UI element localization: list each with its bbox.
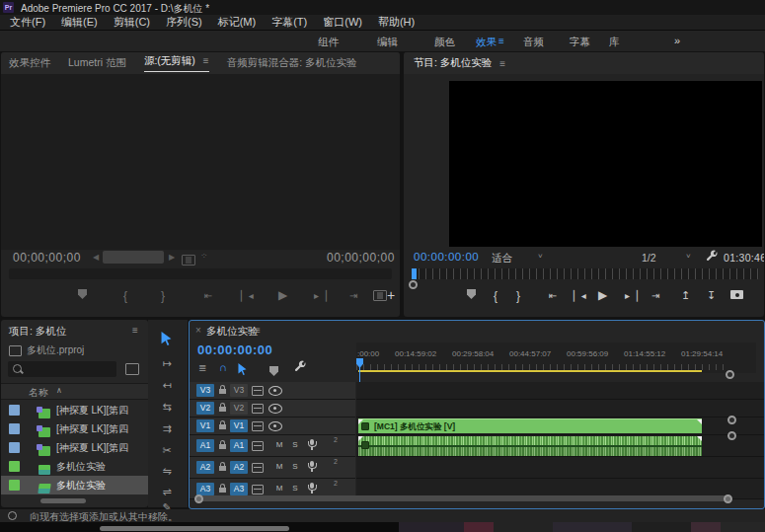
project-horizontal-scrollbar[interactable] — [40, 498, 86, 503]
project-item-name[interactable]: 多机位实验 — [56, 479, 145, 493]
menu-title[interactable]: 字幕(T) — [268, 15, 311, 30]
program-playhead[interactable] — [412, 268, 417, 279]
mute-button[interactable]: M — [273, 439, 285, 451]
slip-tool[interactable]: ⇋ — [150, 465, 184, 478]
source-panel-menu-icon[interactable]: ≡ — [203, 55, 209, 66]
tab-effect-controls[interactable]: 效果控件 — [9, 56, 50, 70]
workspace-tab-audio[interactable]: 音频 — [523, 36, 544, 49]
source-mark-out-button[interactable]: } — [161, 289, 165, 303]
ripple-edit-tool[interactable]: ↤ — [150, 379, 184, 392]
program-goto-in-button[interactable]: ⇤ — [549, 290, 557, 301]
timeline-timecode[interactable]: 00:00:00:00 — [197, 342, 272, 357]
sync-lock-icon[interactable] — [252, 386, 264, 396]
voiceover-record-mic-icon[interactable] — [310, 483, 314, 489]
workspace-overflow-icon[interactable]: » — [674, 35, 680, 46]
track-target-a2[interactable]: A2 — [230, 461, 248, 474]
timeline-tab-label[interactable]: 多机位实验 — [206, 325, 259, 339]
sync-lock-icon[interactable] — [252, 404, 264, 414]
column-name-header[interactable]: 名称 — [29, 386, 48, 400]
program-step-forward-button[interactable]: ▸▕ — [625, 290, 638, 301]
sync-lock-icon[interactable] — [252, 421, 264, 431]
label-color-swatch[interactable] — [9, 461, 20, 472]
project-row-clip2[interactable]: [神探夏 LK][第四 — [1, 419, 148, 438]
timeline-panel-menu-icon[interactable]: ≡ — [255, 325, 261, 336]
program-step-back-button[interactable]: ▏◂ — [574, 290, 586, 301]
project-item-name[interactable]: [神探夏 LK][第四 — [56, 404, 145, 418]
audio-clip-a1[interactable] — [358, 436, 702, 456]
mute-button[interactable]: M — [273, 461, 285, 473]
label-color-swatch[interactable] — [9, 480, 20, 491]
source-patch-v1[interactable]: V1 — [196, 419, 214, 432]
menu-edit[interactable]: 编辑(E) — [57, 15, 102, 30]
workspace-tab-libraries[interactable]: 库 — [609, 36, 620, 49]
project-file-name[interactable]: 多机位.prproj — [27, 343, 84, 357]
sync-lock-icon[interactable] — [252, 441, 264, 451]
track-target-a1[interactable]: A1 — [230, 439, 248, 452]
workspace-tab-assembly[interactable]: 组件 — [318, 36, 339, 49]
scrollbar-handle-right[interactable] — [724, 494, 732, 503]
track-lock-icon[interactable] — [219, 488, 226, 493]
source-patch-v2[interactable]: V2 — [196, 402, 214, 415]
sort-ascending-icon[interactable]: ∧ — [56, 386, 62, 395]
rolling-edit-tool[interactable]: ⇆ — [150, 401, 184, 414]
timeline-linked-selection-icon[interactable] — [238, 361, 247, 379]
vertical-scroll-handle-bottom[interactable] — [727, 431, 736, 440]
project-row-sequence[interactable]: 多机位实验 — [1, 457, 148, 476]
timeline-ruler[interactable]: :00:00 00:14:59:02 00:29:58:04 00:44:57:… — [356, 342, 756, 373]
program-mark-in-button[interactable]: { — [494, 289, 497, 303]
source-step-back-button[interactable]: ▏◂ — [241, 290, 254, 301]
track-target-v3[interactable]: V3 — [230, 384, 248, 397]
program-export-frame-button[interactable] — [730, 290, 743, 301]
source-clip-selector[interactable] — [103, 251, 164, 264]
track-lock-icon[interactable] — [219, 444, 226, 449]
sync-lock-icon[interactable] — [252, 485, 264, 494]
track-lock-icon[interactable] — [219, 424, 226, 429]
source-timecode-current[interactable]: 00;00;00;00 — [13, 251, 81, 265]
label-color-swatch[interactable] — [9, 442, 20, 453]
program-mark-out-button[interactable]: } — [516, 289, 520, 303]
track-target-v2[interactable]: V2 — [230, 402, 248, 415]
source-patch-v3[interactable]: V3 — [196, 384, 214, 397]
program-zoom-chevron-icon[interactable]: ˅ — [538, 252, 543, 261]
program-zoom-handle-left[interactable] — [409, 280, 418, 289]
project-search-input[interactable] — [26, 362, 116, 376]
program-resolution-chevron-icon[interactable]: ˅ — [686, 252, 691, 261]
razor-tool[interactable]: ✂ — [150, 444, 184, 457]
source-patch-a2[interactable]: A2 — [196, 461, 214, 474]
track-target-a3[interactable]: A3 — [230, 483, 248, 495]
clip-trim-handle-right[interactable] — [697, 419, 702, 424]
program-goto-out-button[interactable]: ⇥ — [651, 290, 659, 301]
project-panel-menu-icon[interactable]: ≡ — [132, 325, 138, 336]
source-patch-a1[interactable]: A1 — [196, 439, 214, 452]
menu-help[interactable]: 帮助(H) — [374, 15, 419, 30]
project-row-clip1[interactable]: [神探夏 LK][第四 — [1, 401, 148, 419]
timeline-nest-toggle-icon[interactable]: ≣ — [198, 362, 206, 373]
rate-stretch-tool[interactable]: ⇉ — [150, 422, 184, 435]
track-select-forward-tool[interactable]: ↦ — [150, 357, 184, 370]
vertical-scroll-handle-top[interactable] — [727, 416, 736, 424]
tab-program-monitor[interactable]: 节目: 多机位实验 — [414, 56, 492, 70]
project-row-clip3[interactable]: [神探夏 LK][第四 — [1, 438, 148, 457]
slide-tool[interactable]: ⇌ — [150, 486, 184, 498]
timeline-tab-close-icon[interactable]: × — [195, 325, 201, 336]
project-row-multicam-selected[interactable]: 多机位实验 — [1, 476, 148, 494]
solo-button[interactable]: S — [289, 439, 301, 451]
program-timecode-current[interactable]: 00:00:00:00 — [414, 251, 479, 263]
tab-source-monitor[interactable]: 源:(无剪辑) ≡ — [144, 54, 209, 72]
project-item-name[interactable]: 多机位实验 — [56, 460, 145, 474]
program-add-marker-button[interactable] — [467, 289, 476, 301]
track-output-eye-icon[interactable] — [268, 421, 282, 431]
track-content-v2[interactable] — [356, 400, 765, 418]
mute-button[interactable]: M — [273, 483, 285, 494]
project-item-name[interactable]: [神探夏 LK][第四 — [56, 441, 145, 455]
workspace-tab-effects-active[interactable]: 效果 — [476, 36, 497, 49]
sync-lock-icon[interactable] — [252, 463, 264, 473]
source-settings-icon[interactable] — [182, 252, 195, 269]
voiceover-record-mic-icon[interactable] — [310, 461, 314, 467]
source-next-edit-icon[interactable]: ▶ — [169, 253, 175, 262]
source-goto-out-button[interactable]: ⇥ — [349, 290, 357, 301]
source-goto-in-button[interactable]: ⇤ — [204, 290, 212, 301]
work-area-bar[interactable] — [358, 370, 702, 372]
selection-tool-active[interactable] — [161, 332, 172, 349]
scrollbar-handle-left[interactable] — [194, 494, 203, 503]
